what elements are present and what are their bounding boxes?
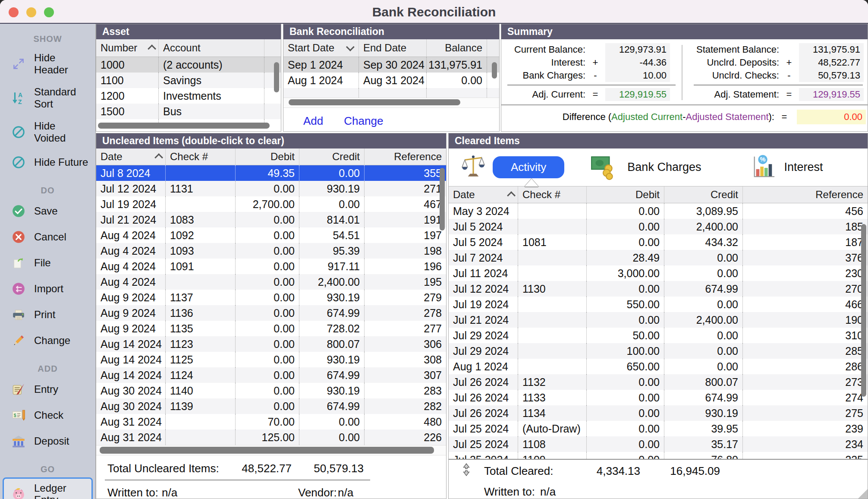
- table-row[interactable]: Aug 30 2024 1140 0.00 930.19 283: [96, 383, 446, 398]
- table-row[interactable]: Jul 26 2024 1133 0.00 674.99 274: [449, 390, 868, 405]
- cell-check: [166, 414, 236, 430]
- sidebar-item-change[interactable]: Change: [3, 328, 93, 353]
- tab-activity[interactable]: Activity: [493, 156, 564, 178]
- change-reconciliation-link[interactable]: Change: [344, 114, 383, 128]
- cleared-vertical-scrollbar[interactable]: [861, 224, 866, 397]
- table-row[interactable]: Jul 21 2024 1083 0.00 814.01 191: [96, 212, 446, 227]
- table-row[interactable]: [283, 88, 499, 98]
- table-row[interactable]: Jul 19 2024 2,700.00 0.00 467: [96, 196, 446, 212]
- column-start-date[interactable]: Start Date: [283, 39, 359, 57]
- asset-horizontal-scrollbar[interactable]: [98, 123, 270, 129]
- asset-vertical-scrollbar[interactable]: [274, 62, 279, 92]
- table-row[interactable]: Sep 1 2024 Sep 30 2024 131,975.91: [283, 57, 499, 73]
- sidebar-item-save[interactable]: Save: [3, 199, 93, 224]
- window-resize-grip[interactable]: [858, 489, 868, 499]
- column-date[interactable]: Date: [96, 148, 166, 165]
- column-reference[interactable]: Reference: [743, 186, 868, 203]
- sidebar-item-deposit[interactable]: Deposit: [3, 429, 93, 454]
- column-debit[interactable]: Debit: [587, 186, 664, 203]
- column-credit[interactable]: Credit: [299, 148, 365, 165]
- adjusted-statement-value: 129,919.55: [799, 88, 864, 101]
- sidebar-item-entry[interactable]: Entry: [3, 377, 93, 402]
- table-row[interactable]: Jul 26 2024 1134 0.00 930.19 275: [449, 405, 868, 421]
- column-check[interactable]: Check #: [166, 148, 236, 165]
- table-row[interactable]: Aug 1 2024 Aug 31 2024 0.00: [283, 73, 499, 88]
- table-row[interactable]: Aug 9 2024 1136 0.00 674.99 278: [96, 305, 446, 321]
- table-row[interactable]: Jul 19 2024 550.00 0.00 466: [449, 297, 868, 312]
- table-row[interactable]: Aug 14 2024 1124 0.00 674.99 307: [96, 367, 446, 383]
- total-uncleared-credit: 50,579.13: [314, 462, 364, 475]
- table-row[interactable]: 1100 Savings: [96, 73, 281, 88]
- table-row[interactable]: Aug 4 2024 1091 0.00 917.11 196: [96, 259, 446, 274]
- cell-reference: 286: [743, 359, 868, 374]
- column-reference[interactable]: Reference: [365, 148, 446, 165]
- sidebar-item-hide-voided[interactable]: Hide Voided: [3, 115, 93, 148]
- table-row[interactable]: Jul 8 2024 49.35 0.00 355: [96, 165, 446, 181]
- tab-interest[interactable]: Interest: [784, 161, 823, 174]
- table-row[interactable]: Jul 5 2024 0.00 2,400.00 185: [449, 219, 868, 234]
- column-end-date[interactable]: End Date: [359, 39, 427, 57]
- sidebar-item-standard-sort[interactable]: AZ Standard Sort: [3, 81, 93, 114]
- table-row[interactable]: Aug 9 2024 1135 0.00 728.02 277: [96, 321, 446, 336]
- table-row[interactable]: Aug 31 2024 125.00 0.00 226: [96, 430, 446, 445]
- reconciliation-horizontal-scrollbar[interactable]: [289, 99, 460, 105]
- sidebar-item-print[interactable]: Print: [3, 302, 93, 327]
- cell-reference: 283: [365, 383, 446, 398]
- table-row[interactable]: Jul 7 2024 28.49 0.00 376: [449, 250, 868, 265]
- column-balance[interactable]: Balance: [427, 39, 487, 57]
- table-row[interactable]: Jul 12 2024 1130 0.00 674.99 270: [449, 281, 868, 297]
- column-number[interactable]: Number: [96, 39, 159, 57]
- column-debit[interactable]: Debit: [236, 148, 299, 165]
- table-row[interactable]: Jul 29 2024 100.00 0.00 285: [449, 343, 868, 359]
- column-check[interactable]: Check #: [518, 186, 587, 203]
- cell-credit: 0.00: [299, 165, 365, 181]
- add-reconciliation-link[interactable]: Add: [303, 114, 323, 128]
- sidebar-item-hide-future[interactable]: Hide Future: [3, 150, 93, 175]
- table-row[interactable]: 1000 (2 accounts): [96, 57, 281, 73]
- table-row[interactable]: May 3 2024 0.00 3,089.95 456: [449, 203, 868, 219]
- uncleared-table: Jul 8 2024 49.35 0.00 355 Jul 12 2024 11…: [96, 165, 446, 445]
- cell-check: [166, 430, 236, 445]
- table-row[interactable]: Jul 29 2024 50.00 0.00 310: [449, 328, 868, 343]
- table-row[interactable]: Aug 4 2024 1093 0.00 95.39 198: [96, 243, 446, 259]
- cell-number: 1200: [96, 88, 159, 104]
- table-row[interactable]: Aug 1 2024 650.00 0.00 286: [449, 359, 868, 374]
- uncleared-horizontal-scrollbar[interactable]: [100, 447, 434, 454]
- column-account[interactable]: Account: [159, 39, 264, 57]
- table-row[interactable]: Aug 9 2024 1137 0.00 930.19 279: [96, 290, 446, 305]
- cell-date: Jul 25 2024: [449, 436, 518, 452]
- reconciliation-vertical-scrollbar[interactable]: [492, 62, 497, 79]
- table-row[interactable]: Jul 25 2024 (Auto-Draw) 0.00 39.95 239: [449, 421, 868, 436]
- table-row[interactable]: Jul 5 2024 1081 0.00 434.32 187: [449, 234, 868, 250]
- table-row[interactable]: Aug 14 2024 1123 0.00 800.07 306: [96, 336, 446, 352]
- table-row[interactable]: Aug 4 2024 1092 0.00 54.51 197: [96, 227, 446, 243]
- cell-credit: 2,400.00: [299, 274, 365, 290]
- cell-check: 1081: [518, 234, 587, 250]
- table-row[interactable]: Aug 4 2024 0.00 2,400.00 195: [96, 274, 446, 290]
- table-row[interactable]: Jul 12 2024 1131 0.00 930.19 271: [96, 181, 446, 196]
- table-row[interactable]: Jul 25 2024 1108 0.00 35.17 234: [449, 436, 868, 452]
- cell-credit: 0.00: [664, 343, 743, 359]
- sidebar-item-check[interactable]: $ Check: [3, 403, 93, 428]
- sidebar-item-cancel[interactable]: Cancel: [3, 224, 93, 250]
- printer-icon: [11, 307, 26, 322]
- table-row[interactable]: Aug 31 2024 70.00 0.00 480: [96, 414, 446, 430]
- sidebar-item-import[interactable]: Import: [3, 276, 93, 301]
- table-row[interactable]: Jul 21 2024 0.00 2,400.00 190: [449, 312, 868, 328]
- table-row[interactable]: Aug 14 2024 1125 0.00 930.19 308: [96, 352, 446, 367]
- sidebar-item-ledger-entry[interactable]: Ledger Entry: [3, 477, 93, 499]
- column-date[interactable]: Date: [449, 186, 518, 203]
- cell-date: Jul 26 2024: [449, 390, 518, 405]
- sort-both-icon[interactable]: [462, 463, 471, 479]
- column-credit[interactable]: Credit: [664, 186, 743, 203]
- cell-credit: 0.00: [299, 414, 365, 430]
- sidebar-item-file[interactable]: File: [3, 250, 93, 275]
- table-row[interactable]: 1500 Bus: [96, 104, 281, 119]
- uncleared-vertical-scrollbar[interactable]: [440, 168, 445, 231]
- table-row[interactable]: Aug 30 2024 1139 0.00 674.99 282: [96, 398, 446, 414]
- table-row[interactable]: 1200 Investments: [96, 88, 281, 104]
- table-row[interactable]: Jul 11 2024 3,000.00 0.00 230: [449, 265, 868, 281]
- sidebar-item-hide-header[interactable]: Hide Header: [3, 47, 93, 80]
- table-row[interactable]: Jul 26 2024 1132 0.00 800.07 273: [449, 374, 868, 390]
- tab-bank-charges[interactable]: Bank Charges: [627, 161, 701, 174]
